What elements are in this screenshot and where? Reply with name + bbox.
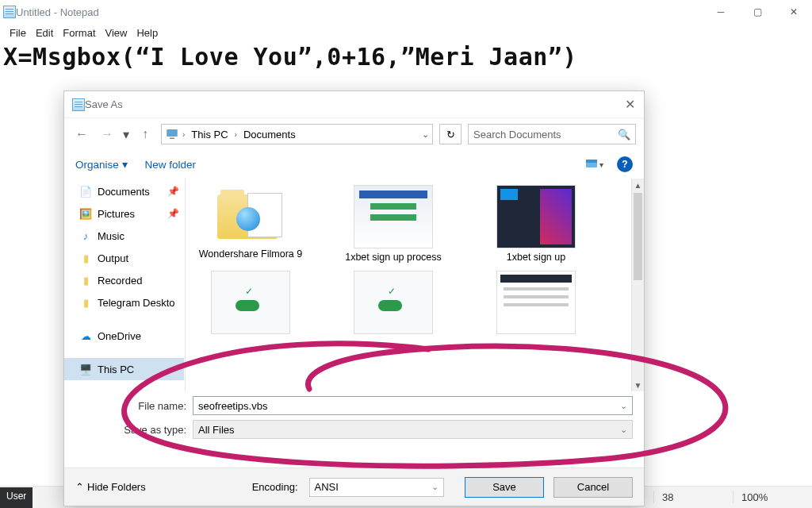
image-thumb-icon xyxy=(496,185,576,248)
editor-content[interactable]: X=Msgbox(“I Love You”,0+16,”Meri Jaan”) xyxy=(0,41,812,72)
menu-file[interactable]: File xyxy=(6,27,29,39)
nav-pane: 📄Documents📌 🖼️Pictures📌 ♪Music ▮Output ▮… xyxy=(64,179,185,391)
view-options-button[interactable]: ▾ xyxy=(585,156,606,172)
address-bar[interactable]: › This PC › Documents ⌄ xyxy=(161,124,433,144)
search-icon: 🔍 xyxy=(618,129,630,140)
dialog-title: Save As xyxy=(85,98,123,110)
file-item-image[interactable]: 1xbet sign up process xyxy=(338,185,449,264)
pin-icon: 📌 xyxy=(167,186,179,197)
hide-folders-button[interactable]: ⌃ Hide Folders xyxy=(75,481,146,493)
menu-help[interactable]: Help xyxy=(133,27,161,39)
folder-icon xyxy=(211,185,290,248)
menu-view[interactable]: View xyxy=(102,27,131,39)
scroll-down-icon[interactable]: ▼ xyxy=(632,379,644,391)
nav-output[interactable]: ▮Output xyxy=(64,247,184,269)
dropdown-icon[interactable]: ⌄ xyxy=(431,482,439,492)
status-zoom: 100% xyxy=(733,491,812,503)
refresh-button[interactable]: ↻ xyxy=(439,124,462,144)
encoding-label: Encoding: xyxy=(252,481,298,493)
user-bar: User xyxy=(0,487,33,508)
dialog-close-button[interactable]: ✕ xyxy=(622,96,638,112)
filename-label: File name: xyxy=(75,400,186,412)
nav-onedrive[interactable]: ☁OneDrive xyxy=(64,325,184,347)
breadcrumb-documents[interactable]: Documents xyxy=(240,129,299,140)
dropdown-icon[interactable]: ⌄ xyxy=(620,425,627,435)
help-button[interactable]: ? xyxy=(617,156,633,172)
svg-rect-1 xyxy=(170,138,174,140)
dialog-icon xyxy=(72,98,85,111)
status-col: 38 xyxy=(653,491,733,503)
svg-text:▾: ▾ xyxy=(599,160,603,169)
breadcrumb-this-pc[interactable]: This PC xyxy=(188,129,231,140)
search-placeholder: Search Documents xyxy=(473,129,561,140)
search-input[interactable]: Search Documents 🔍 xyxy=(468,124,636,144)
file-pane[interactable]: ▲ ▼ Wondershare Filmora 9 1xbet sign up … xyxy=(185,179,644,391)
save-type-label: Save as type: xyxy=(75,424,186,436)
scroll-up-icon[interactable]: ▲ xyxy=(632,179,644,191)
pc-icon xyxy=(165,127,179,141)
cancel-button[interactable]: Cancel xyxy=(553,477,633,498)
scrollbar[interactable]: ▲ ▼ xyxy=(631,179,644,391)
new-folder-button[interactable]: New folder xyxy=(145,159,197,171)
notepad-icon xyxy=(3,6,16,18)
save-type-select[interactable]: All Files ⌄ xyxy=(193,420,633,439)
address-dropdown-icon[interactable]: ⌄ xyxy=(422,129,429,140)
chevron-up-icon: ⌃ xyxy=(75,481,84,493)
notepad-titlebar: Untitled - Notepad ─ ▢ ✕ xyxy=(0,0,812,24)
nav-telegram[interactable]: ▮Telegram Deskto xyxy=(64,291,184,314)
maximize-button[interactable]: ▢ xyxy=(739,0,776,24)
image-thumb-icon: ✓ xyxy=(354,271,433,334)
nav-forward-button[interactable]: → xyxy=(98,125,117,144)
save-button[interactable]: Save xyxy=(465,477,544,498)
file-item-image[interactable]: ✓ xyxy=(338,271,449,337)
nav-this-pc[interactable]: 🖥️This PC xyxy=(64,358,184,380)
notepad-title: Untitled - Notepad xyxy=(16,6,99,18)
image-thumb-icon: ✓ xyxy=(211,271,290,334)
nav-up-button[interactable]: ↑ xyxy=(136,125,155,144)
nav-documents[interactable]: 📄Documents📌 xyxy=(64,180,184,202)
scroll-thumb[interactable] xyxy=(634,193,642,280)
file-item-folder[interactable]: Wondershare Filmora 9 xyxy=(195,185,306,264)
nav-music[interactable]: ♪Music xyxy=(64,225,184,247)
menubar: File Edit Format View Help xyxy=(0,24,812,41)
pin-icon: 📌 xyxy=(167,208,179,219)
minimize-button[interactable]: ─ xyxy=(703,0,739,24)
organise-button[interactable]: Organise ▾ xyxy=(75,158,128,171)
image-thumb-icon xyxy=(354,185,433,248)
menu-format[interactable]: Format xyxy=(59,27,98,39)
filename-input[interactable]: seofreetips.vbs ⌄ xyxy=(193,396,633,415)
file-item-image[interactable]: 1xbet sign up xyxy=(481,185,592,264)
image-thumb-icon xyxy=(496,271,576,334)
nav-back-button[interactable]: ← xyxy=(72,125,91,144)
file-item-image[interactable]: ✓ xyxy=(195,271,306,337)
nav-recorded[interactable]: ▮Recorded xyxy=(64,269,184,291)
file-item-image[interactable] xyxy=(481,271,592,337)
nav-pictures[interactable]: 🖼️Pictures📌 xyxy=(64,202,184,225)
encoding-select[interactable]: ANSI ⌄ xyxy=(309,478,444,497)
svg-rect-0 xyxy=(167,129,178,137)
menu-edit[interactable]: Edit xyxy=(33,27,56,39)
svg-rect-3 xyxy=(586,160,597,163)
save-as-dialog: Save As ✕ ← → ▾ ↑ › This PC › Documents … xyxy=(63,90,645,506)
dropdown-icon[interactable]: ⌄ xyxy=(620,401,627,411)
close-button[interactable]: ✕ xyxy=(776,0,812,24)
